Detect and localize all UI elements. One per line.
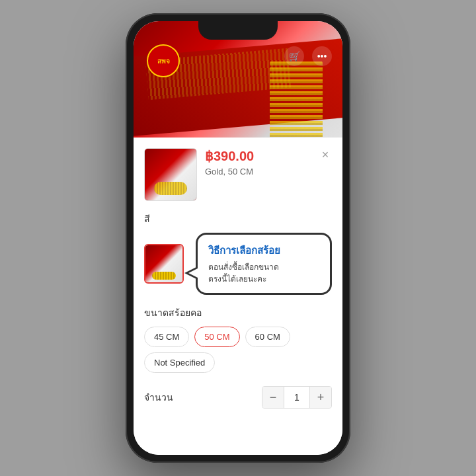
color-section-label: สี <box>144 212 332 226</box>
close-button[interactable]: × <box>317 147 333 163</box>
product-thumbnail-image <box>144 148 197 201</box>
size-options: 45 CM 50 CM 60 CM Not Specified <box>144 327 332 373</box>
speech-bubble: วิธีการเลือกสร้อย ตอนสั่งซื้อเลือกขนาด ต… <box>196 233 332 295</box>
product-info-row: ฿390.00 Gold, 50 CM <box>144 148 332 201</box>
bubble-line1: ตอนสั่งซื้อเลือกขนาด <box>208 261 319 273</box>
color-options: วิธีการเลือกสร้อย ตอนสั่งซื้อเลือกขนาด ต… <box>144 233 332 295</box>
size-btn-45cm[interactable]: 45 CM <box>144 327 189 347</box>
product-modal: × ฿390.00 Gold, 50 CM สี วิธีการเลือกสร้… <box>134 138 342 455</box>
cart-icon[interactable]: 🛒 <box>284 46 304 66</box>
product-details: ฿390.00 Gold, 50 CM <box>205 148 254 177</box>
quantity-row: จำนวน − 1 + <box>144 386 332 409</box>
phone-notch <box>198 21 278 40</box>
quantity-plus-button[interactable]: + <box>310 387 331 408</box>
color-swatch-gold[interactable] <box>144 244 184 284</box>
bubble-title: วิธีการเลือกสร้อย <box>208 243 319 258</box>
quantity-controls: − 1 + <box>262 386 332 409</box>
phone-screen: สพจ 🛒 ••• × ฿390.00 <box>134 21 342 455</box>
product-variant: Gold, 50 CM <box>205 167 254 177</box>
store-logo: สพจ <box>147 44 180 77</box>
phone-frame: สพจ 🛒 ••• × ฿390.00 <box>126 13 350 463</box>
product-price: ฿390.00 <box>205 148 254 164</box>
top-action-icons: 🛒 ••• <box>284 46 332 66</box>
quantity-label: จำนวน <box>144 390 173 405</box>
size-btn-60cm[interactable]: 60 CM <box>245 327 290 347</box>
bubble-line2: ตรงนี้ได้เลยนะคะ <box>208 273 319 285</box>
more-icon[interactable]: ••• <box>312 46 332 66</box>
size-section-label: ขนาดสร้อยคอ <box>144 305 332 320</box>
size-btn-not-specified[interactable]: Not Specified <box>144 352 215 373</box>
quantity-value: 1 <box>284 387 310 408</box>
quantity-minus-button[interactable]: − <box>262 387 284 408</box>
size-btn-50cm[interactable]: 50 CM <box>194 327 239 347</box>
